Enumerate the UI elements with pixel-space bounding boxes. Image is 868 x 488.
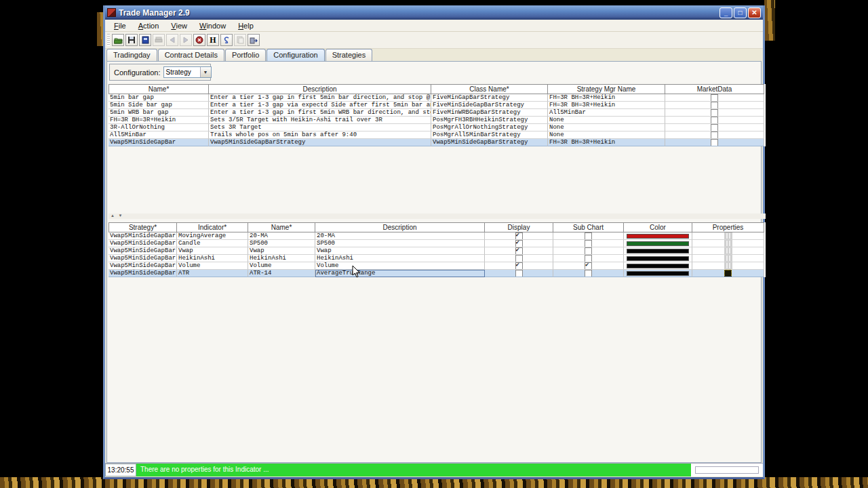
tab-tradingday[interactable]: Tradingday <box>106 49 157 61</box>
cell-name[interactable]: 5min WRB bar gap <box>108 109 209 117</box>
col-class-name[interactable]: Class Name* <box>431 84 548 94</box>
cell-name[interactable]: Vwap5MinSideGapBar <box>108 139 209 146</box>
cell-marketdata[interactable] <box>665 117 764 124</box>
marketdata-checkbox[interactable] <box>711 131 718 139</box>
col-indicator[interactable]: Indicator* <box>177 222 248 232</box>
menu-view[interactable]: View <box>165 21 193 30</box>
col-properties[interactable]: Properties <box>692 222 764 232</box>
marketdata-checkbox[interactable] <box>711 124 718 131</box>
cell-properties[interactable] <box>692 262 764 270</box>
tab-strategies[interactable]: Strategies <box>326 49 373 61</box>
cell-class-name[interactable]: PosMgrAll5MinBarStrategy <box>431 131 548 139</box>
display-checkbox[interactable] <box>515 255 523 262</box>
cell-class-name[interactable]: Vwap5MinSideGapBarStrategy <box>431 139 548 146</box>
cell-marketdata[interactable] <box>665 124 764 131</box>
color-swatch[interactable] <box>627 256 689 261</box>
table-row-selected[interactable]: Vwap5MinSideGapBar ATR ATR-14 AverageTru… <box>108 270 766 277</box>
cell-strategy[interactable]: Vwap5MinSideGapBar <box>108 255 177 262</box>
table-row[interactable]: 5min bar gap Enter a tier 1-3 gap in fir… <box>108 94 766 102</box>
cell-indicator[interactable]: HeikinAshi <box>177 255 248 262</box>
exit-button[interactable] <box>248 34 260 46</box>
cell-strategy-mgr[interactable]: None <box>548 131 665 139</box>
cell-display[interactable] <box>485 232 553 240</box>
cell-name[interactable]: HeikinAshi <box>248 255 315 262</box>
cell-class-name[interactable]: FiveMinSideGapBarStrategy <box>431 102 548 109</box>
cell-strategy[interactable]: Vwap5MinSideGapBar <box>108 262 177 270</box>
color-swatch[interactable] <box>627 241 689 246</box>
title-bar[interactable]: Trade Manager 2.9 _ □ ✕ <box>105 5 763 20</box>
cell-description[interactable]: Trails whole pos on 5min bars after 9:40 <box>209 131 431 139</box>
cell-strategy[interactable]: Vwap5MinSideGapBar <box>108 247 177 255</box>
table-row-selected[interactable]: Vwap5MinSideGapBar Vwap5MinSideGapBarStr… <box>108 139 766 146</box>
col-display[interactable]: Display <box>485 222 553 232</box>
cell-sub-chart[interactable] <box>553 240 624 247</box>
tab-configuration[interactable]: Configuration <box>267 49 324 61</box>
cell-name[interactable]: 5min bar gap <box>108 94 209 102</box>
cell-properties[interactable] <box>692 240 764 247</box>
cell-sub-chart[interactable] <box>553 270 624 277</box>
cell-description[interactable]: HeikinAshi <box>315 255 485 262</box>
cell-strategy-mgr[interactable]: All5MinBar <box>548 109 665 117</box>
color-swatch[interactable] <box>627 271 689 276</box>
properties-button[interactable] <box>724 262 732 269</box>
cell-class-name[interactable]: FiveMinWRBGapBarStrategy <box>431 109 548 117</box>
cell-properties[interactable] <box>692 270 764 277</box>
cell-marketdata[interactable] <box>665 102 764 109</box>
cell-class-name[interactable]: PosMgrFH3RBHHeikinStrategy <box>431 117 548 124</box>
marketdata-checkbox[interactable] <box>711 94 718 102</box>
cell-marketdata[interactable] <box>665 131 764 139</box>
table-row[interactable]: 3R-AllOrNothing Sets 3R Target PosMgrAll… <box>108 124 766 131</box>
menu-help[interactable]: Help <box>232 21 260 30</box>
marketdata-checkbox[interactable] <box>711 117 718 124</box>
cell-name[interactable]: FH=3R BH=3R+Heikin <box>108 117 209 124</box>
col-description[interactable]: Description <box>315 222 485 232</box>
tab-portfolio[interactable]: Portfolio <box>225 49 266 61</box>
hours-button[interactable]: H <box>207 34 219 46</box>
cell-marketdata[interactable] <box>665 94 764 102</box>
split-divider[interactable]: ▲ ▼ <box>108 214 766 219</box>
configuration-dropdown[interactable]: Strategy ▼ <box>163 66 212 78</box>
close-button[interactable]: ✕ <box>748 7 761 18</box>
forward-button[interactable] <box>180 34 192 46</box>
cell-color[interactable] <box>624 270 692 277</box>
minimize-button[interactable]: _ <box>719 7 732 18</box>
splitter-collapse-arrows[interactable]: ▲ ▼ <box>111 214 124 218</box>
sub-chart-checkbox[interactable] <box>585 262 592 270</box>
properties-button-active[interactable] <box>724 270 732 277</box>
properties-button[interactable] <box>724 240 732 247</box>
marketdata-checkbox[interactable] <box>711 102 718 109</box>
sub-chart-checkbox[interactable] <box>585 247 592 255</box>
cell-strategy[interactable]: Vwap5MinSideGapBar <box>108 232 177 240</box>
cell-sub-chart[interactable] <box>553 255 624 262</box>
cell-color[interactable] <box>624 262 692 270</box>
col-name[interactable]: Name* <box>248 222 315 232</box>
cell-properties[interactable] <box>692 232 764 240</box>
maximize-button[interactable]: □ <box>734 7 747 18</box>
contacts-button[interactable] <box>139 34 151 46</box>
table-row[interactable]: FH=3R BH=3R+Heikin Sets 3/5R Target with… <box>108 117 766 124</box>
properties-button[interactable] <box>724 255 732 262</box>
tab-contract-details[interactable]: Contract Details <box>158 49 224 61</box>
cell-sub-chart[interactable] <box>553 247 624 255</box>
table-row[interactable]: Vwap5MinSideGapBar Candle SP500 SP500 <box>108 240 766 247</box>
menu-action[interactable]: Action <box>132 21 165 30</box>
cell-description[interactable]: SP500 <box>315 240 485 247</box>
cell-indicator[interactable]: Candle <box>177 240 248 247</box>
display-checkbox[interactable] <box>515 232 523 240</box>
cell-indicator[interactable]: Vwap <box>177 247 248 255</box>
cell-description[interactable]: Sets 3/5R Target with Heikin-Ashi trail … <box>209 117 431 124</box>
chevron-down-icon[interactable]: ▼ <box>200 67 211 77</box>
cell-color[interactable] <box>624 247 692 255</box>
cell-name[interactable]: 20-MA <box>248 232 315 240</box>
cell-color[interactable] <box>624 240 692 247</box>
display-checkbox[interactable] <box>515 262 523 270</box>
sub-chart-checkbox[interactable] <box>585 240 592 247</box>
color-swatch[interactable] <box>627 264 689 268</box>
cell-display[interactable] <box>485 240 553 247</box>
table-row[interactable]: 5min Side bar gap Enter a tier 1-3 gap v… <box>108 102 766 109</box>
col-strategy[interactable]: Strategy* <box>108 222 177 232</box>
cell-properties[interactable] <box>692 247 764 255</box>
cell-description[interactable]: Vwap5MinSideGapBarStrategy <box>209 139 431 146</box>
display-checkbox[interactable] <box>515 247 523 255</box>
cell-name[interactable]: SP500 <box>248 240 315 247</box>
